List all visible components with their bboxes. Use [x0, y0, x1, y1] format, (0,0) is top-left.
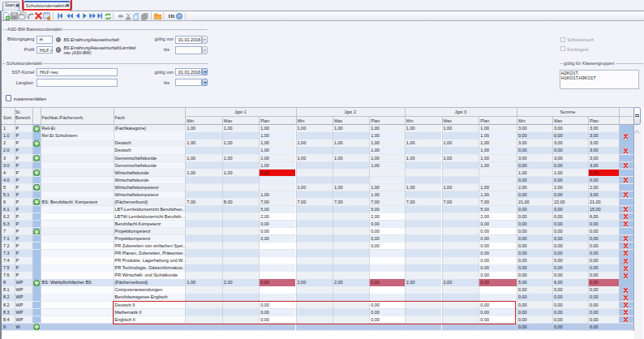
svg-text:?: ? — [178, 14, 180, 19]
